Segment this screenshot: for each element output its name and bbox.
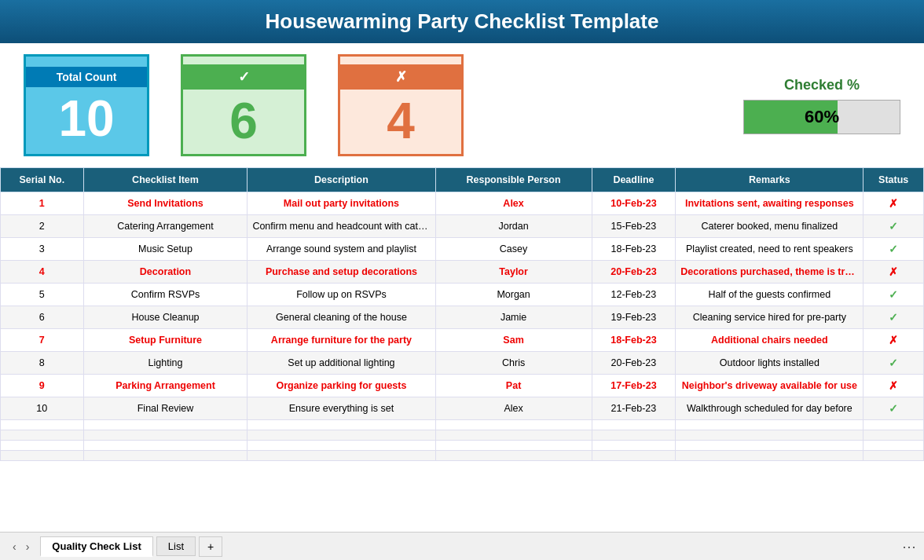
percent-value: 60% <box>805 107 839 127</box>
cell-description: Follow up on RSVPs <box>248 284 435 306</box>
col-person: Responsible Person <box>435 168 592 192</box>
table-row: 9Parking ArrangementOrganize parking for… <box>1 375 924 397</box>
cross-card: ✗ 4 <box>338 54 464 156</box>
status-check-icon: ✓ <box>889 402 898 415</box>
cell-person: Alex <box>435 192 592 215</box>
cell-item <box>83 451 248 461</box>
table-row: 5Confirm RSVPsFollow up on RSVPsMorgan12… <box>1 284 924 306</box>
tab-prev-button[interactable]: ‹ <box>8 540 21 553</box>
cell-status: ✗ <box>864 375 924 397</box>
table-row: 10Final ReviewEnsure everything is setAl… <box>1 397 924 420</box>
cell-status: ✓ <box>864 215 924 238</box>
cell-status: ✓ <box>864 238 924 261</box>
cell-description: Ensure everything is set <box>248 397 435 420</box>
col-description: Description <box>248 168 435 192</box>
cell-status: ✗ <box>864 329 924 352</box>
cell-person <box>435 441 592 451</box>
cell-remarks <box>676 451 864 461</box>
cell-remarks: Half of the guests confirmed <box>676 284 864 306</box>
cell-person <box>435 430 592 441</box>
col-status: Status <box>864 168 924 192</box>
table-row: 8LightingSet up additional lightingChris… <box>1 352 924 375</box>
progress-bar: 60% <box>743 100 900 134</box>
tab-more-icon[interactable]: ⋯ <box>902 538 916 555</box>
cell-deadline: 21-Feb-23 <box>592 397 676 420</box>
cell-item <box>83 430 248 441</box>
tab-quality-check-list[interactable]: Quality Check List <box>40 536 152 557</box>
cell-remarks <box>676 430 864 441</box>
cell-deadline <box>592 430 676 441</box>
cell-serial: 6 <box>1 306 84 329</box>
tab-add-button[interactable]: + <box>199 536 222 557</box>
cell-description <box>248 430 435 441</box>
cell-item: Confirm RSVPs <box>83 284 248 306</box>
cell-deadline <box>592 441 676 451</box>
cell-item: Lighting <box>83 352 248 375</box>
cell-status <box>864 420 924 430</box>
tab-list[interactable]: List <box>156 536 196 556</box>
cell-serial <box>1 441 84 451</box>
cell-item <box>83 441 248 451</box>
cell-serial <box>1 420 84 430</box>
cell-remarks: Playlist created, need to rent speakers <box>676 238 864 261</box>
cell-description <box>248 420 435 430</box>
cell-person: Jordan <box>435 215 592 238</box>
cell-description: Arrange furniture for the party <box>248 329 435 352</box>
cell-person: Sam <box>435 329 592 352</box>
cell-deadline: 18-Feb-23 <box>592 238 676 261</box>
cell-status: ✓ <box>864 284 924 306</box>
cell-person: Alex <box>435 397 592 420</box>
cell-description: Purchase and setup decorations <box>248 261 435 284</box>
cell-remarks: Invitations sent, awaiting responses <box>676 192 864 215</box>
cell-serial <box>1 451 84 461</box>
cell-remarks: Outdoor lights installed <box>676 352 864 375</box>
tab-next-button[interactable]: › <box>21 540 35 553</box>
page-header: Housewarming Party Checklist Template <box>0 0 924 43</box>
status-check-icon: ✓ <box>889 288 898 301</box>
table-row: 1Send InvitationsMail out party invitati… <box>1 192 924 215</box>
total-count-value: 10 <box>58 93 114 144</box>
cell-remarks: Cleaning service hired for pre-party <box>676 306 864 329</box>
cell-description <box>248 441 435 451</box>
cell-serial: 10 <box>1 397 84 420</box>
cell-deadline <box>592 451 676 461</box>
cell-deadline <box>592 420 676 430</box>
cell-remarks <box>676 420 864 430</box>
cell-item: Final Review <box>83 397 248 420</box>
cell-deadline: 20-Feb-23 <box>592 352 676 375</box>
table-row: 7Setup FurnitureArrange furniture for th… <box>1 329 924 352</box>
cell-status <box>864 451 924 461</box>
status-cross-icon: ✗ <box>889 265 898 278</box>
cell-description: Organize parking for guests <box>248 375 435 397</box>
status-check-icon: ✓ <box>889 357 898 369</box>
cell-serial: 9 <box>1 375 84 397</box>
cell-status: ✗ <box>864 261 924 284</box>
cell-status: ✓ <box>864 352 924 375</box>
total-count-card: Total Count 10 <box>24 54 149 156</box>
table-row <box>1 451 924 461</box>
cell-item: House Cleanup <box>83 306 248 329</box>
table-row: 6House CleanupGeneral cleaning of the ho… <box>1 306 924 329</box>
status-cross-icon: ✗ <box>889 334 898 346</box>
checklist-table: Serial No. Checklist Item Description Re… <box>0 167 924 461</box>
cell-person: Casey <box>435 238 592 261</box>
cell-person: Pat <box>435 375 592 397</box>
cell-serial: 7 <box>1 329 84 352</box>
cell-remarks: Walkthrough scheduled for day before <box>676 397 864 420</box>
cell-serial: 1 <box>1 192 84 215</box>
cell-remarks <box>676 441 864 451</box>
cell-deadline: 17-Feb-23 <box>592 375 676 397</box>
cell-person <box>435 451 592 461</box>
cell-person: Taylor <box>435 261 592 284</box>
cell-status <box>864 441 924 451</box>
cell-remarks: Decorations purchased, theme is tropical <box>676 261 864 284</box>
cell-person: Jamie <box>435 306 592 329</box>
cell-item <box>83 420 248 430</box>
cross-symbol: ✗ <box>340 64 461 90</box>
table-row: 3Music SetupArrange sound system and pla… <box>1 238 924 261</box>
cell-deadline: 12-Feb-23 <box>592 284 676 306</box>
status-cross-icon: ✗ <box>889 379 898 392</box>
table-header-row: Serial No. Checklist Item Description Re… <box>1 168 924 192</box>
cell-remarks: Neighbor's driveway available for use <box>676 375 864 397</box>
table-row <box>1 420 924 430</box>
